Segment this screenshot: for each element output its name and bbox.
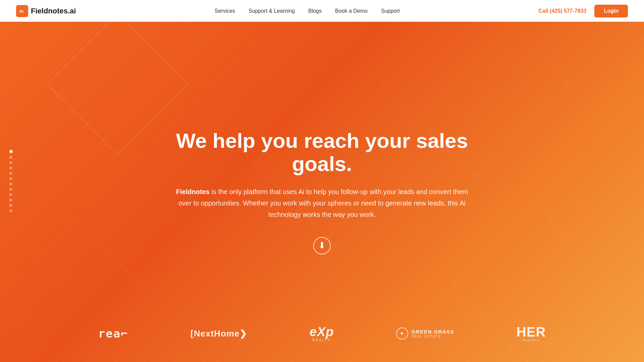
navbar: fn Fieldnotes.ai Services Support & Lear… (0, 0, 644, 22)
dot-nav-item-1[interactable] (9, 156, 12, 159)
real-logo-text: rea⌐ (98, 327, 128, 340)
dot-nav (9, 150, 13, 212)
dot-nav-item-9[interactable] (9, 199, 12, 201)
nav-links: Services Support & Learning Blogs Book a… (215, 8, 400, 14)
brand-name: Fieldnotes.ai (31, 7, 76, 15)
greengrass-text: GREEN GRASS REAL ESTATE (412, 329, 454, 338)
nexthome-logo-text: [NextHome❯ (191, 328, 247, 339)
hero-brand-name: Fieldnotes (176, 188, 210, 195)
dot-nav-item-5[interactable] (9, 177, 12, 180)
dot-nav-item-3[interactable] (9, 167, 12, 169)
exp-logo-text: eXp (310, 325, 334, 338)
dot-nav-item-11[interactable] (9, 209, 12, 212)
login-button[interactable]: Login (594, 5, 628, 17)
partner-her: HER Realtors (517, 325, 546, 342)
hero-description-text: is the only platform that uses Ai to hel… (178, 188, 468, 218)
nav-support[interactable]: Support (381, 8, 400, 14)
partners-logos: rea⌐ [NextHome❯ eXp REALTY ✦ GREEN GRASS… (0, 312, 644, 362)
nav-book-demo[interactable]: Book a Demo (335, 8, 368, 14)
scroll-down-button[interactable]: ⬇ (313, 237, 331, 254)
dot-nav-item-0[interactable] (9, 150, 13, 153)
dot-nav-item-4[interactable] (9, 172, 12, 175)
greengrass-sub: REAL ESTATE (412, 335, 454, 338)
phone-link[interactable]: Call (425) 577-7833 (538, 8, 586, 14)
greengrass-emblem: ✦ (396, 327, 408, 340)
hero-section: We help you reach your sales goals. Fiel… (0, 0, 644, 362)
her-logo-text: HER (517, 325, 546, 339)
hero-description: Fieldnotes is the only platform that use… (174, 186, 470, 220)
hero-title: We help you reach your sales goals. (174, 129, 470, 175)
svg-text:fn: fn (19, 9, 23, 14)
dot-nav-item-2[interactable] (9, 161, 12, 164)
nav-support-learning[interactable]: Support & Learning (249, 8, 295, 14)
dot-nav-item-10[interactable] (9, 204, 12, 207)
partner-nexthome: [NextHome❯ (191, 328, 247, 339)
partner-real: rea⌐ (98, 327, 128, 340)
greengrass-name: GREEN GRASS (412, 329, 454, 335)
partner-exp: eXp REALTY (310, 325, 334, 342)
hero-content: We help you reach your sales goals. Fiel… (161, 129, 483, 254)
dot-nav-item-8[interactable] (9, 193, 12, 196)
dot-nav-item-6[interactable] (9, 183, 12, 185)
scroll-down-icon: ⬇ (318, 240, 326, 251)
logo-icon: fn (16, 5, 28, 17)
her-logo-sub: Realtors (523, 339, 540, 342)
logo-link[interactable]: fn Fieldnotes.ai (16, 5, 76, 17)
nav-services[interactable]: Services (215, 8, 235, 14)
nav-blogs[interactable]: Blogs (308, 8, 322, 14)
exp-logo-sub: REALTY (312, 338, 331, 342)
dot-nav-item-7[interactable] (9, 188, 12, 191)
partner-greengrass: ✦ GREEN GRASS REAL ESTATE (396, 327, 454, 340)
navbar-right: Call (425) 577-7833 Login (538, 5, 628, 17)
greengrass-emblem-icon: ✦ (400, 331, 404, 336)
